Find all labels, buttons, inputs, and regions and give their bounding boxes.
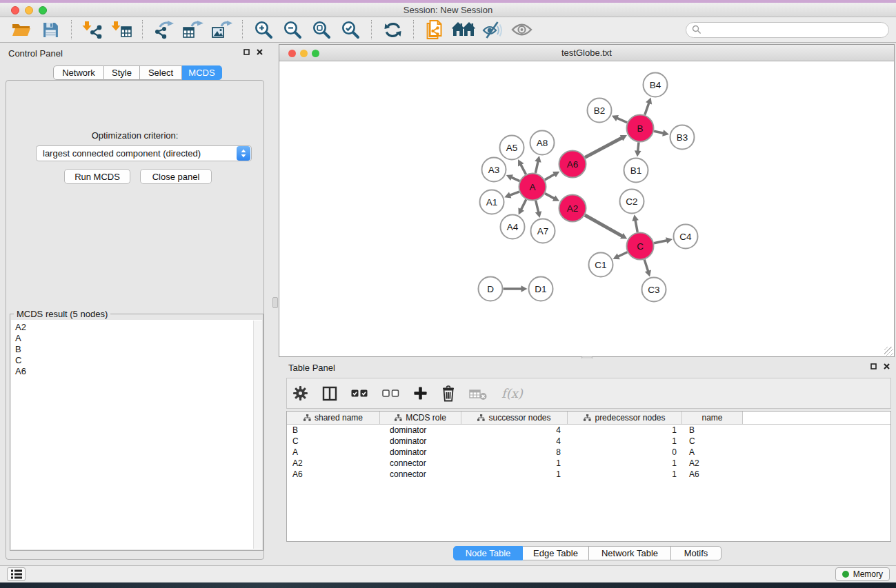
graph-edge-A6-B[interactable] bbox=[585, 135, 627, 157]
minimize-window-button[interactable] bbox=[25, 6, 33, 14]
graph-node-C3[interactable]: C3 bbox=[642, 278, 666, 302]
table-row[interactable]: A6connector11A6 bbox=[287, 469, 890, 480]
delete-column-icon[interactable] bbox=[441, 385, 455, 402]
result-item[interactable]: C bbox=[11, 355, 262, 366]
memory-button[interactable]: Memory bbox=[835, 567, 890, 581]
table-row[interactable]: Adominator80A bbox=[287, 447, 890, 458]
optimization-criterion-select[interactable]: largest connected component (directed) bbox=[36, 145, 252, 161]
graph-node-A1[interactable]: A1 bbox=[480, 190, 504, 214]
import-network-icon[interactable] bbox=[81, 19, 104, 41]
result-item[interactable]: A bbox=[11, 333, 262, 344]
tab-motifs[interactable]: Motifs bbox=[671, 546, 721, 560]
close-panel-icon[interactable] bbox=[884, 363, 890, 369]
graph-edge-D-D1[interactable] bbox=[504, 285, 528, 292]
deselect-checkboxes-icon[interactable] bbox=[382, 389, 399, 397]
export-table-icon[interactable] bbox=[181, 19, 204, 41]
close-network-button[interactable] bbox=[288, 50, 296, 57]
zoom-selected-icon[interactable] bbox=[339, 19, 362, 41]
add-column-icon[interactable] bbox=[413, 386, 428, 401]
tab-node-table[interactable]: Node Table bbox=[453, 546, 523, 560]
show-details-icon[interactable] bbox=[510, 19, 533, 41]
graph-edge-C-C3[interactable] bbox=[644, 260, 651, 277]
graph-edge-A-A6[interactable] bbox=[545, 172, 559, 180]
column-header-successor-nodes[interactable]: successor nodes bbox=[461, 412, 568, 424]
graph-edge-B-B2[interactable] bbox=[612, 115, 627, 123]
zoom-in-icon[interactable] bbox=[252, 19, 275, 41]
result-item[interactable]: A2 bbox=[11, 322, 262, 333]
graph-node-A8[interactable]: A8 bbox=[530, 131, 555, 155]
column-header-shared-name[interactable]: shared name bbox=[287, 412, 380, 424]
graph-edge-A2-C[interactable] bbox=[585, 215, 627, 239]
graph-node-A5[interactable]: A5 bbox=[500, 136, 524, 160]
home-icon[interactable] bbox=[452, 19, 475, 41]
graph-edge-A-A4[interactable] bbox=[518, 199, 526, 214]
window-titlebar[interactable]: Session: New Session bbox=[0, 3, 896, 17]
network-graph[interactable]: AA1A2A3A4A5A6A7A8BB1B2B3B4CC1C2C3C4DD1 bbox=[279, 61, 894, 356]
tab-network-table[interactable]: Network Table bbox=[589, 546, 671, 560]
close-window-button[interactable] bbox=[11, 6, 19, 14]
graph-node-A[interactable]: A bbox=[519, 174, 546, 201]
gear-icon[interactable] bbox=[292, 385, 308, 401]
table-row[interactable]: Cdominator41C bbox=[287, 436, 890, 447]
export-network-icon[interactable] bbox=[152, 19, 175, 41]
tab-network[interactable]: Network bbox=[53, 65, 104, 80]
zoom-fit-icon[interactable] bbox=[310, 19, 333, 41]
refresh-layout-icon[interactable] bbox=[381, 19, 404, 41]
graph-node-A4[interactable]: A4 bbox=[501, 215, 525, 239]
resize-grip-icon[interactable] bbox=[884, 347, 893, 356]
function-builder-icon[interactable]: f(x) bbox=[501, 386, 523, 401]
graph-edge-A-A3[interactable] bbox=[506, 174, 519, 181]
graph-edge-A-A7[interactable] bbox=[535, 201, 541, 218]
graph-edge-C-C2[interactable] bbox=[632, 214, 638, 232]
import-table-icon[interactable] bbox=[110, 19, 133, 41]
graph-node-A7[interactable]: A7 bbox=[531, 219, 555, 243]
table-row[interactable]: Bdominator41B bbox=[287, 425, 890, 436]
graph-node-C[interactable]: C bbox=[627, 233, 654, 260]
result-item[interactable]: B bbox=[11, 344, 262, 355]
close-panel-button[interactable]: Close panel bbox=[140, 169, 212, 184]
search-input[interactable] bbox=[705, 25, 883, 34]
graph-node-A3[interactable]: A3 bbox=[482, 158, 506, 182]
save-session-icon[interactable] bbox=[39, 19, 62, 41]
graph-edge-B-B4[interactable] bbox=[645, 97, 652, 114]
network-document-icon[interactable] bbox=[423, 19, 446, 41]
column-header-MCDS-role[interactable]: MCDS role bbox=[380, 412, 461, 424]
graph-edge-A-A8[interactable] bbox=[535, 156, 541, 173]
graph-node-B[interactable]: B bbox=[627, 115, 654, 142]
zoom-network-button[interactable] bbox=[312, 50, 319, 57]
run-mcds-button[interactable]: Run MCDS bbox=[64, 169, 130, 184]
graph-node-B2[interactable]: B2 bbox=[588, 99, 612, 123]
graph-node-B3[interactable]: B3 bbox=[670, 125, 695, 150]
graph-node-B1[interactable]: B1 bbox=[624, 159, 648, 183]
graph-node-C1[interactable]: C1 bbox=[589, 253, 613, 277]
splitter-grip-vertical[interactable] bbox=[272, 297, 278, 308]
export-image-icon[interactable] bbox=[210, 19, 233, 41]
graph-edge-C-C1[interactable] bbox=[613, 252, 628, 259]
table-row[interactable]: A2connector11A2 bbox=[287, 458, 890, 469]
close-panel-icon[interactable] bbox=[257, 49, 263, 55]
graph-edge-A-A5[interactable] bbox=[518, 159, 526, 174]
result-item[interactable]: A6 bbox=[11, 366, 262, 377]
result-scrollbar[interactable] bbox=[253, 321, 262, 549]
mcds-result-list[interactable]: A2ABCA6 bbox=[11, 320, 262, 549]
zoom-out-icon[interactable] bbox=[281, 19, 304, 41]
zoom-window-button[interactable] bbox=[39, 6, 47, 14]
tab-style[interactable]: Style bbox=[104, 65, 140, 80]
graph-edge-A-A2[interactable] bbox=[545, 194, 559, 201]
delete-table-icon[interactable] bbox=[469, 387, 488, 401]
float-panel-icon[interactable] bbox=[870, 363, 877, 369]
graph-node-D[interactable]: D bbox=[479, 277, 503, 301]
column-header-name[interactable]: name bbox=[682, 412, 743, 424]
graph-node-C4[interactable]: C4 bbox=[674, 225, 698, 249]
graph-node-A2[interactable]: A2 bbox=[559, 195, 586, 222]
columns-icon[interactable] bbox=[322, 386, 337, 401]
select-all-checkboxes-icon[interactable] bbox=[351, 389, 368, 397]
graph-edge-B-B1[interactable] bbox=[635, 142, 641, 156]
graph-node-A6[interactable]: A6 bbox=[559, 151, 586, 178]
minimize-network-button[interactable] bbox=[300, 50, 308, 57]
task-history-button[interactable] bbox=[7, 567, 26, 581]
tab-edge-table[interactable]: Edge Table bbox=[523, 546, 589, 560]
open-session-icon[interactable] bbox=[10, 19, 33, 41]
graph-node-B4[interactable]: B4 bbox=[644, 73, 668, 97]
tab-select[interactable]: Select bbox=[140, 65, 182, 80]
